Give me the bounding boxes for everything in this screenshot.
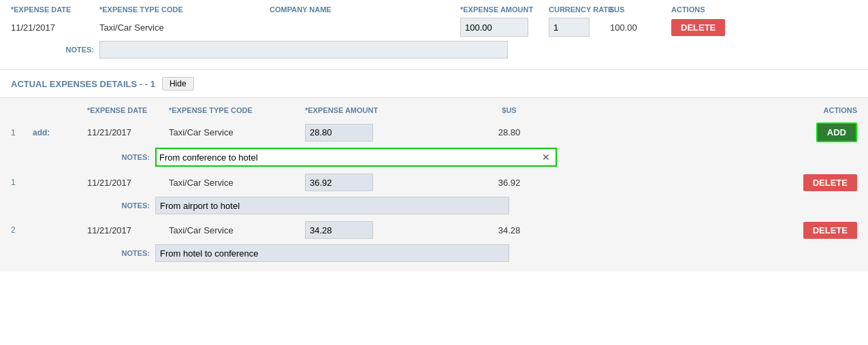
details-header-amount: *EXPENSE AMOUNT [305,106,441,114]
add-notes-clear-button[interactable]: ✕ [539,152,553,163]
top-delete-button[interactable]: DELETE [671,19,725,36]
add-row-group: 1 add: 11/21/2017 Taxi/Car Service 28.80… [0,120,868,169]
row2-amount-input[interactable] [305,221,373,239]
section-header: ACTUAL EXPENSES DETAILS - - 1 Hide [0,69,868,98]
add-date: 11/21/2017 [87,127,169,137]
row2-notes-row: NOTES: [0,242,868,265]
row1-amount-col [305,174,441,191]
top-header-currency: CURRENCY RATE [549,5,610,14]
top-currency-col [549,18,610,37]
top-data-row: 11/21/2017 Taxi/Car Service 100.00 DELET… [11,18,857,37]
row2-delete-button[interactable]: DELETE [803,222,857,239]
add-button[interactable]: ADD [816,122,857,142]
add-amount-input[interactable] [305,124,373,142]
row1-notes-input[interactable] [155,197,509,214]
top-date-value: 11/21/2017 [11,22,99,33]
add-type: Taxi/Car Service [169,127,305,137]
row1-type: Taxi/Car Service [169,178,305,188]
row1-actions-col: DELETE [775,174,857,191]
row1-date: 11/21/2017 [87,178,169,188]
top-header-us: $US [610,5,671,14]
add-actions-col: ADD [775,122,857,142]
top-header-amount: *EXPENSE AMOUNT [460,5,549,14]
top-header-company: COMPANY NAME [270,5,460,14]
add-notes-input[interactable] [159,152,539,163]
top-notes-label: NOTES: [11,46,99,54]
top-actions-col: DELETE [671,19,739,36]
add-notes-active-wrap[interactable]: ✕ [155,148,557,167]
add-label-col: add: [33,127,87,137]
row2-actions-col: DELETE [775,222,857,239]
row1-us: 36.92 [441,178,577,188]
top-notes-row: NOTES: [11,41,857,59]
row1-notes-row: NOTES: [0,194,868,217]
row2-notes-label: NOTES: [87,249,155,257]
row1-main-row: 1 11/21/2017 Taxi/Car Service 36.92 DELE… [0,171,868,194]
add-row-num: 1 [11,128,33,137]
top-amount-input[interactable] [460,18,528,37]
row1-notes-label: NOTES: [87,201,155,210]
section-title: ACTUAL EXPENSES DETAILS - - 1 [11,79,155,89]
hide-button[interactable]: Hide [162,77,194,91]
add-main-row: 1 add: 11/21/2017 Taxi/Car Service 28.80… [0,120,868,145]
details-header-type: *EXPENSE TYPE CODE [169,106,305,114]
row2-group: 2 11/21/2017 Taxi/Car Service 34.28 DELE… [0,218,868,265]
row2-main-row: 2 11/21/2017 Taxi/Car Service 34.28 DELE… [0,218,868,242]
row1-group: 1 11/21/2017 Taxi/Car Service 36.92 DELE… [0,171,868,217]
top-amount-col [460,18,549,37]
row2-notes-input[interactable] [155,244,509,262]
add-notes-row: NOTES: ✕ [0,145,868,169]
add-us: 28.80 [441,127,577,137]
top-header-expense-type: *EXPENSE TYPE CODE [99,5,270,14]
row1-num: 1 [11,178,33,187]
details-section: *EXPENSE DATE *EXPENSE TYPE CODE *EXPENS… [0,98,868,272]
details-header-us: $US [441,106,577,114]
row1-delete-button[interactable]: DELETE [803,174,857,191]
top-header-row: *EXPENSE DATE *EXPENSE TYPE CODE COMPANY… [11,5,857,14]
row1-amount-input[interactable] [305,174,373,191]
details-header-date: *EXPENSE DATE [87,106,169,114]
top-header-expense-date: *EXPENSE DATE [11,5,99,14]
add-amount-col [305,124,441,142]
row2-date: 11/21/2017 [87,225,169,235]
details-header-row: *EXPENSE DATE *EXPENSE TYPE CODE *EXPENS… [0,103,868,117]
row2-num: 2 [11,225,33,235]
row2-us: 34.28 [441,225,577,235]
top-header-actions: ACTIONS [671,5,739,14]
top-currency-input[interactable] [549,18,590,37]
top-us-value: 100.00 [610,22,671,33]
details-header-actions: ACTIONS [775,106,857,114]
top-notes-input[interactable] [99,41,508,59]
add-notes-label: NOTES: [87,153,155,161]
row2-type: Taxi/Car Service [169,225,305,235]
top-type-value: Taxi/Car Service [99,22,270,33]
top-section: *EXPENSE DATE *EXPENSE TYPE CODE COMPANY… [0,0,868,64]
add-label: add: [33,128,50,137]
row2-amount-col [305,221,441,239]
